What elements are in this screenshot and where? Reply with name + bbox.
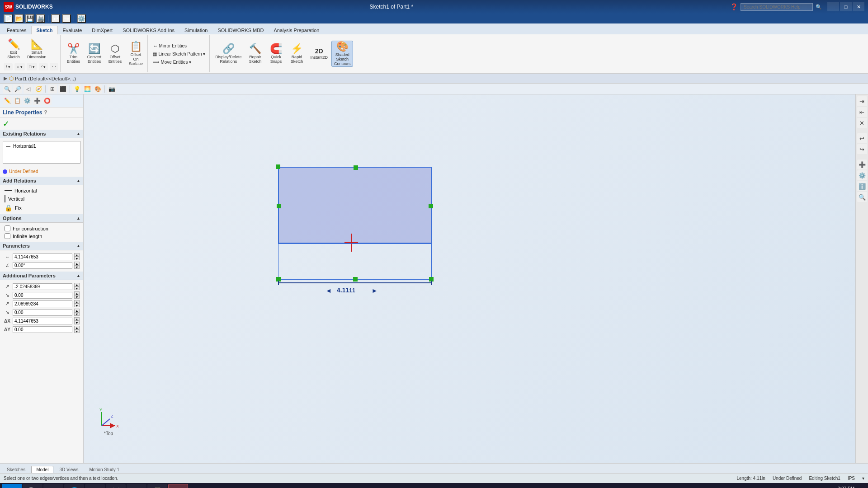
tab-dimxpert[interactable]: DimXpert xyxy=(87,26,118,34)
qa-save-button[interactable]: 💾 xyxy=(25,14,34,23)
param-y1-up[interactable]: ▲ xyxy=(74,291,80,295)
help-icon[interactable]: ❓ xyxy=(730,3,738,10)
tab-mbd[interactable]: SOLIDWORKS MBD xyxy=(212,26,269,34)
ok-checkmark[interactable]: ✓ xyxy=(0,118,83,130)
horizontal-relation-item[interactable]: Horizontal xyxy=(3,187,80,194)
move-entities-button[interactable]: ⟹ Move Entities ▾ xyxy=(151,58,208,66)
tab-analysis[interactable]: Analysis Preparation xyxy=(269,26,325,34)
panel-icon-add[interactable]: ➕ xyxy=(33,96,42,105)
explorer-button[interactable]: 📁 xyxy=(85,484,105,488)
sw-taskbar-button[interactable]: SW xyxy=(168,484,188,488)
tab-evaluate[interactable]: Evaluate xyxy=(58,26,87,34)
tab-sketches[interactable]: Sketches xyxy=(2,466,30,473)
options-header[interactable]: Options ▲ xyxy=(0,214,83,223)
handle-left-mid[interactable] xyxy=(277,204,281,208)
rp-undo-button[interactable]: ↩ xyxy=(857,133,867,143)
rp-collapse-button[interactable]: ⇤ xyxy=(857,107,867,117)
param-y2-input[interactable] xyxy=(13,309,72,316)
panel-icon-circle[interactable]: ⭕ xyxy=(42,96,52,105)
handle-top-right[interactable] xyxy=(276,164,280,169)
qa-options-button[interactable]: ⚙️ xyxy=(77,14,86,23)
firefox-button[interactable]: 🦊 xyxy=(106,484,126,488)
start-button[interactable]: ⊞ xyxy=(2,484,22,488)
taskview-button[interactable]: ⊟ xyxy=(43,484,63,488)
more-tools-button[interactable]: ⋯ xyxy=(50,63,58,70)
param-dy-up[interactable]: ▲ xyxy=(74,326,80,329)
arc-tool-button[interactable]: ◜ ▾ xyxy=(39,63,48,70)
maximize-button[interactable]: □ xyxy=(840,2,852,11)
qa-undo-button[interactable]: ↩ xyxy=(51,14,60,23)
param-y2-up[interactable]: ▲ xyxy=(74,309,80,312)
rp-close-button[interactable]: ✕ xyxy=(857,118,867,128)
mirror-entities-button[interactable]: ↔ Mirror Entities xyxy=(151,42,208,50)
add-relations-header[interactable]: Add Relations ▲ xyxy=(0,177,83,185)
rp-info-button[interactable]: ℹ️ xyxy=(857,181,867,191)
exit-sketch-button[interactable]: ✏️ ExitSketch xyxy=(4,36,24,62)
search-input[interactable] xyxy=(741,3,813,11)
param-y1-input[interactable] xyxy=(13,292,72,299)
param-x2-down[interactable]: ▼ xyxy=(74,304,80,307)
param-x1-down[interactable]: ▼ xyxy=(74,286,80,290)
tab-model[interactable]: Model xyxy=(31,466,53,473)
render-tools-button[interactable]: 🎨 xyxy=(93,84,102,94)
zoom-to-area-button[interactable]: 🔎 xyxy=(13,84,22,94)
angle-param-input[interactable] xyxy=(13,262,72,269)
section-view-button[interactable]: ⬛ xyxy=(58,84,67,94)
for-construction-checkbox[interactable] xyxy=(5,225,10,231)
breadcrumb-item[interactable]: ⬡ Part1 (Default<<Default>...) xyxy=(9,75,76,82)
display-style-button[interactable]: ⊞ xyxy=(48,84,57,94)
breadcrumb-arrow[interactable]: ▶ xyxy=(4,75,7,81)
param-y1-down[interactable]: ▼ xyxy=(74,295,80,299)
rp-filter-button[interactable]: 🔍 xyxy=(857,192,867,202)
param-x2-up[interactable]: ▲ xyxy=(74,300,80,304)
tab-sketch[interactable]: Sketch xyxy=(31,26,57,34)
length-spin-up[interactable]: ▲ xyxy=(74,253,80,257)
circle-tool-button[interactable]: ○ ▾ xyxy=(14,63,25,70)
display-delete-relations-button[interactable]: 🔗 Display/DeleteRelations xyxy=(212,41,244,67)
param-x1-input[interactable] xyxy=(13,283,72,290)
repair-sketch-button[interactable]: 🔨 RepairSketch xyxy=(245,41,265,67)
rect-tool-button[interactable]: □ ▾ xyxy=(27,63,37,70)
previous-view-button[interactable]: ◁ xyxy=(24,84,33,94)
length-spin-down[interactable]: ▼ xyxy=(74,257,80,260)
param-x2-input[interactable] xyxy=(13,300,72,307)
param-dy-down[interactable]: ▼ xyxy=(74,329,80,333)
shaded-sketch-button[interactable]: 🎨 ShadedSketchContours xyxy=(331,41,354,67)
convert-entities-button[interactable]: 🔄 ConvertEntities xyxy=(84,41,104,67)
taskbar-clock[interactable]: 3:37 PM 12/5/2017 xyxy=(835,486,855,488)
offset-surface-button[interactable]: 📋 OffsetOnSurface xyxy=(126,41,146,67)
tab-motion-study[interactable]: Motion Study 1 xyxy=(84,466,124,473)
view-orientation-button[interactable]: 🧭 xyxy=(34,84,43,94)
additional-params-header[interactable]: Additional Parameters ▲ xyxy=(0,272,83,280)
param-y2-down[interactable]: ▼ xyxy=(74,312,80,316)
canvas-area[interactable]: 4.1111 ◄ ► X Y Z *Top xyxy=(84,94,855,463)
handle-right-mid[interactable] xyxy=(429,204,433,208)
length-param-input[interactable] xyxy=(13,253,72,260)
infinite-length-checkbox[interactable] xyxy=(5,233,10,239)
mail-button[interactable]: 📧 xyxy=(127,484,146,488)
tab-simulation[interactable]: Simulation xyxy=(179,26,212,34)
instant2d-button[interactable]: 2D Instant2D xyxy=(307,41,330,67)
parameters-header[interactable]: Parameters ▲ xyxy=(0,242,83,250)
existing-relations-header[interactable]: Existing Relations ▲ xyxy=(0,130,83,138)
handle-top-mid[interactable] xyxy=(354,165,358,170)
edge-button[interactable]: 🌐 xyxy=(64,484,84,488)
tab-addins[interactable]: SOLIDWORKS Add-Ins xyxy=(118,26,179,34)
qa-redo-button[interactable]: ↪ xyxy=(62,14,71,23)
panel-icon-settings[interactable]: ⚙️ xyxy=(23,96,32,105)
panel-icon-table[interactable]: 📋 xyxy=(13,96,22,105)
param-dx-input[interactable] xyxy=(13,318,72,324)
fix-relation-item[interactable]: 🔒 Fix xyxy=(3,203,80,212)
angle-spin-down[interactable]: ▼ xyxy=(74,265,80,269)
help-button[interactable]: ? xyxy=(44,109,47,116)
param-x1-up[interactable]: ▲ xyxy=(74,283,80,286)
camera-button[interactable]: 📷 xyxy=(107,84,116,94)
param-dy-input[interactable] xyxy=(13,326,72,333)
search-icon[interactable]: 🔍 xyxy=(816,4,822,10)
close-button[interactable]: ✕ xyxy=(853,2,864,11)
angle-spin-up[interactable]: ▲ xyxy=(74,262,80,265)
relation-item-horizontal[interactable]: — Horizontal1 xyxy=(4,142,79,150)
param-dx-down[interactable]: ▼ xyxy=(74,321,80,324)
search-taskbar-button[interactable]: 🔍 xyxy=(23,484,42,488)
rp-settings-button[interactable]: ⚙️ xyxy=(857,170,867,180)
